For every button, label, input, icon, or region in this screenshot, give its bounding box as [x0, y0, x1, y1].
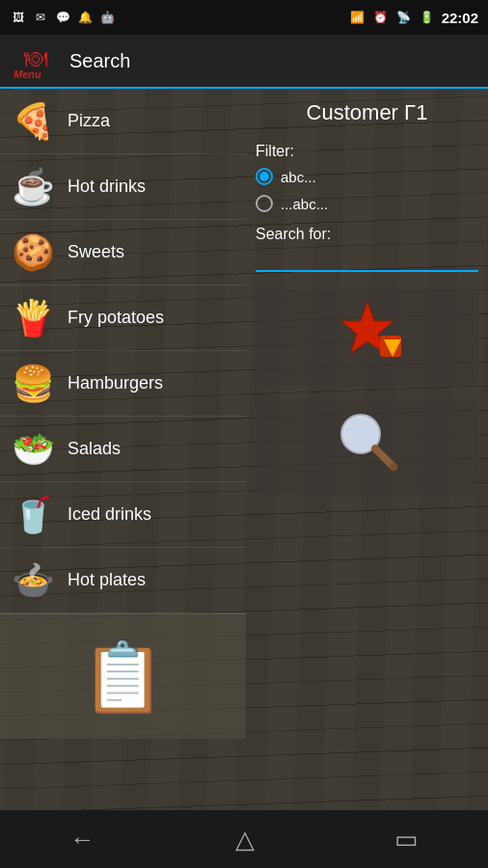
filter-option-abc-start[interactable]: abc...: [256, 166, 478, 187]
clear-favorite-button[interactable]: [256, 289, 478, 386]
menu-item-hamburgers[interactable]: 🍔 Hamburgers: [0, 351, 246, 417]
notification-icon: 🔔: [76, 9, 94, 26]
hamburgers-label: Hamburgers: [68, 373, 163, 393]
menu-item-pizza[interactable]: 🍕 Pizza: [0, 89, 246, 154]
hamburgers-icon: 🍔: [10, 361, 56, 407]
filter-section: Filter: abc... ...abc...: [256, 143, 478, 214]
search-magnifier-icon: [334, 407, 401, 488]
sweets-label: Sweets: [68, 242, 124, 262]
hot-plates-label: Hot plates: [68, 570, 146, 590]
filter-label: Filter:: [256, 143, 478, 160]
filter-abc-contain-label: ...abc...: [281, 196, 328, 212]
menu-item-sweets[interactable]: 🍪 Sweets: [0, 220, 246, 285]
clipboard-icon: 📋: [81, 637, 165, 717]
sweets-icon: 🍪: [10, 230, 56, 276]
logo-label: Menu: [14, 68, 41, 80]
clear-favorite-icon: [334, 297, 401, 378]
salads-icon: 🥗: [10, 426, 56, 473]
home-button[interactable]: △: [216, 817, 274, 862]
status-time: 22:02: [442, 10, 478, 26]
fry-potatoes-icon: 🍟: [10, 295, 56, 341]
right-panel: Customer Γ1 Filter: abc... ...abc... Sea…: [246, 89, 488, 810]
svg-point-6: [390, 463, 397, 471]
hot-drinks-icon: ☕: [10, 164, 56, 210]
menu-item-fry-potatoes[interactable]: 🍟 Fry potatoes: [0, 285, 246, 351]
radio-abc-contain[interactable]: [256, 195, 273, 212]
nav-bar: ← △ ▭: [0, 810, 488, 868]
signal-icon: 📶: [349, 9, 366, 26]
fry-potatoes-label: Fry potatoes: [68, 308, 164, 328]
svg-point-4: [345, 419, 376, 449]
search-for-label: Search for:: [256, 226, 478, 243]
android-icon: 🤖: [98, 9, 116, 26]
status-right: 📶 ⏰ 📡 🔋 22:02: [349, 9, 478, 26]
content-wrapper: 🍕 Pizza ☕ Hot drinks 🍪 Sweets 🍟 Fry pota…: [0, 89, 488, 810]
filter-option-abc-contain[interactable]: ...abc...: [256, 193, 478, 214]
back-button[interactable]: ←: [51, 817, 115, 862]
customer-title: Customer Γ1: [256, 100, 478, 125]
status-bar: 🖼 ✉ 💬 🔔 🤖 📶 ⏰ 📡 🔋 22:02: [0, 0, 488, 35]
iced-drinks-label: Iced drinks: [68, 504, 151, 525]
menu-item-salads[interactable]: 🥗 Salads: [0, 417, 246, 482]
menu-item-hot-plates[interactable]: 🍲 Hot plates: [0, 548, 246, 613]
main-content: 🍕 Pizza ☕ Hot drinks 🍪 Sweets 🍟 Fry pota…: [0, 89, 488, 810]
alarm-icon: ⏰: [372, 9, 390, 26]
menu-item-iced-drinks[interactable]: 🥤 Iced drinks: [0, 482, 246, 548]
message-icon: 💬: [54, 9, 71, 26]
status-icons: 🖼 ✉ 💬 🔔 🤖: [10, 9, 116, 26]
search-input-container: [256, 251, 478, 272]
salads-label: Salads: [68, 439, 121, 459]
app-logo: 🍽 Menu: [12, 40, 60, 82]
wifi-icon: 📡: [395, 9, 413, 26]
gallery-icon: 🖼: [10, 9, 27, 26]
svg-line-5: [375, 448, 393, 467]
recent-button[interactable]: ▭: [375, 817, 438, 862]
search-input[interactable]: [256, 251, 478, 268]
battery-icon: 🔋: [419, 9, 436, 26]
radio-abc-start[interactable]: [256, 168, 273, 185]
filter-abc-start-label: abc...: [281, 169, 316, 185]
menu-item-hot-drinks[interactable]: ☕ Hot drinks: [0, 154, 246, 220]
pizza-icon: 🍕: [10, 98, 56, 145]
search-button[interactable]: [256, 399, 478, 496]
hot-plates-icon: 🍲: [10, 557, 56, 604]
action-bar-title: Search: [69, 50, 130, 72]
clipboard-section[interactable]: 📋: [0, 613, 246, 739]
left-panel: 🍕 Pizza ☕ Hot drinks 🍪 Sweets 🍟 Fry pota…: [0, 89, 246, 810]
action-bar: 🍽 Menu Search: [0, 35, 488, 89]
iced-drinks-icon: 🥤: [10, 492, 56, 538]
pizza-label: Pizza: [68, 111, 110, 131]
hot-drinks-label: Hot drinks: [68, 176, 146, 197]
email-icon: ✉: [32, 9, 49, 26]
